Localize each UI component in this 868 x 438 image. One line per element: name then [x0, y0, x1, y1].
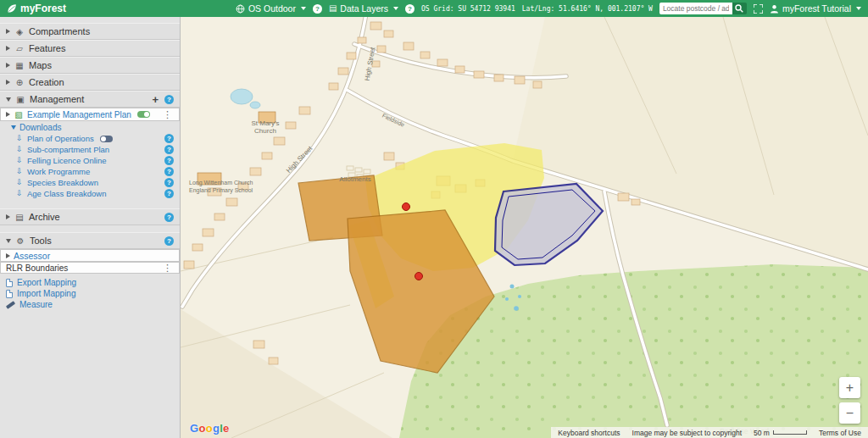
download-item-felling-licence-online[interactable]: ⇩ Felling Licence Online ?	[0, 155, 180, 166]
sidebar-section-archive[interactable]: ▤ Archive ?	[0, 208, 180, 225]
section-label: Maps	[29, 60, 174, 70]
chevron-right-icon	[6, 29, 10, 34]
sidebar: ◈ Compartments ▱ Features ▦ Maps ⊕ Creat…	[0, 17, 181, 438]
download-link[interactable]: Species Breakdown	[27, 178, 98, 187]
maps-icon: ▦	[14, 61, 25, 70]
section-label: Archive	[29, 212, 160, 222]
chevron-down-icon	[856, 7, 861, 10]
basemap-select[interactable]: OS Outdoor	[236, 3, 306, 14]
download-icon: ⇩	[16, 146, 24, 153]
chevron-right-icon	[6, 80, 10, 85]
app-window: myForest OS Outdoor ? ▤ Data Layers ? OS…	[0, 0, 868, 438]
tool-rlr-boundaries[interactable]: RLR Boundaries ⋮	[0, 262, 180, 274]
download-icon: ⇩	[16, 190, 24, 197]
scale-label: 50 m	[754, 429, 770, 437]
help-badge[interactable]: ?	[164, 145, 174, 154]
section-label: Tools	[30, 236, 160, 246]
church-label: Church	[254, 127, 276, 135]
data-layers-button[interactable]: ▤ Data Layers	[329, 3, 398, 14]
file-import-icon	[6, 290, 13, 298]
sidebar-section-features[interactable]: ▱ Features	[0, 40, 180, 57]
help-badge[interactable]: ?	[164, 95, 174, 104]
tool-measure[interactable]: Measure	[0, 299, 180, 310]
chevron-down-icon	[301, 7, 306, 10]
file-export-icon	[6, 279, 13, 287]
keyboard-shortcuts-link[interactable]: Keyboard shortcuts	[558, 429, 620, 437]
map-marker-red[interactable]	[415, 273, 423, 280]
export-mapping-link[interactable]: Export Mapping	[17, 278, 76, 287]
help-badge[interactable]: ?	[164, 189, 174, 198]
download-icon: ⇩	[16, 157, 24, 164]
import-mapping-link[interactable]: Import Mapping	[17, 289, 75, 298]
help-badge[interactable]: ?	[164, 178, 174, 187]
brand[interactable]: myForest	[7, 3, 66, 14]
download-link[interactable]: Sub-compartment Plan	[27, 145, 109, 154]
download-link[interactable]: Work Programme	[27, 167, 90, 176]
add-plan-button[interactable]: +	[152, 94, 159, 105]
help-badge[interactable]: ?	[164, 213, 174, 222]
layers-icon: ▤	[329, 4, 337, 13]
globe-icon	[236, 4, 245, 14]
map-canvas[interactable]: St Mary's Church High Street High Street…	[181, 17, 868, 438]
terms-of-use-link[interactable]: Terms of Use	[819, 429, 861, 437]
features-icon: ▱	[14, 44, 25, 53]
school-label: England Primary School	[189, 187, 253, 194]
plan-of-operations-toggle[interactable]	[100, 136, 113, 142]
help-badge[interactable]: ?	[164, 236, 174, 246]
map-marker-red[interactable]	[403, 203, 410, 211]
layers-help-badge[interactable]: ?	[405, 4, 415, 14]
download-link[interactable]: Age Class Breakdown	[27, 189, 106, 198]
search-button[interactable]	[732, 3, 747, 14]
kebab-menu-icon[interactable]: ⋮	[161, 110, 174, 119]
sidebar-section-creation[interactable]: ⊕ Creation	[0, 74, 180, 91]
postcode-search	[659, 3, 747, 14]
help-badge[interactable]: ?	[164, 167, 174, 176]
download-item-species-breakdown[interactable]: ⇩ Species Breakdown ?	[0, 177, 180, 188]
management-plan-link[interactable]: Example Management Plan	[27, 110, 131, 119]
ruler-icon	[6, 301, 15, 309]
assessor-link[interactable]: Assessor	[14, 251, 50, 261]
sidebar-section-compartments[interactable]: ◈ Compartments	[0, 23, 180, 40]
basemap-help-badge[interactable]: ?	[313, 4, 322, 14]
download-link[interactable]: Felling Licence Online	[27, 156, 106, 165]
google-letter: g	[213, 422, 220, 435]
chevron-right-icon	[6, 253, 10, 258]
sidebar-section-tools[interactable]: ⚙ Tools ?	[0, 232, 180, 249]
sidebar-gap	[0, 225, 180, 232]
management-icon: ▣	[15, 95, 25, 104]
kebab-menu-icon[interactable]: ⋮	[161, 263, 174, 273]
measure-link[interactable]: Measure	[19, 300, 53, 309]
zoom-in-button[interactable]: +	[839, 377, 860, 398]
tool-export-mapping[interactable]: Export Mapping	[0, 277, 180, 288]
help-badge[interactable]: ?	[164, 156, 174, 165]
compartments-icon: ◈	[14, 27, 25, 36]
account-menu[interactable]: myForest Tutorial	[770, 3, 861, 14]
download-item-sub-compartment-plan[interactable]: ⇩ Sub-compartment Plan ?	[0, 144, 180, 155]
chevron-right-icon	[6, 63, 10, 68]
tool-import-mapping[interactable]: Import Mapping	[0, 288, 180, 299]
search-icon	[735, 4, 743, 13]
sidebar-section-maps[interactable]: ▦ Maps	[0, 57, 180, 74]
help-badge[interactable]: ?	[164, 134, 174, 143]
allotments-label: Allotments	[339, 175, 370, 183]
download-item-work-programme[interactable]: ⇩ Work Programme ?	[0, 166, 180, 177]
tool-assessor[interactable]: Assessor	[0, 249, 180, 262]
management-plan-item[interactable]: ▧ Example Management Plan ⋮	[0, 108, 180, 121]
download-icon: ⇩	[16, 179, 24, 186]
sidebar-section-management[interactable]: ▣ Management + ?	[0, 91, 180, 108]
account-label: myForest Tutorial	[782, 3, 851, 14]
chevron-down-icon	[11, 125, 16, 130]
downloads-label[interactable]: Downloads	[19, 123, 61, 132]
google-logo: Google	[190, 422, 230, 435]
download-item-plan-of-operations[interactable]: ⇩ Plan of Operations ?	[0, 133, 180, 144]
download-item-age-class-breakdown[interactable]: ⇩ Age Class Breakdown ?	[0, 188, 180, 199]
downloads-header[interactable]: Downloads	[0, 121, 180, 133]
search-input[interactable]	[659, 3, 732, 14]
copyright-text: Image may be subject to copyright	[632, 429, 742, 437]
plan-visibility-toggle[interactable]	[137, 111, 150, 118]
section-label: Features	[29, 43, 174, 53]
fullscreen-button[interactable]	[754, 4, 763, 14]
zoom-out-button[interactable]: −	[839, 402, 860, 424]
church-label: St Mary's	[251, 119, 279, 127]
download-link[interactable]: Plan of Operations	[27, 134, 94, 143]
